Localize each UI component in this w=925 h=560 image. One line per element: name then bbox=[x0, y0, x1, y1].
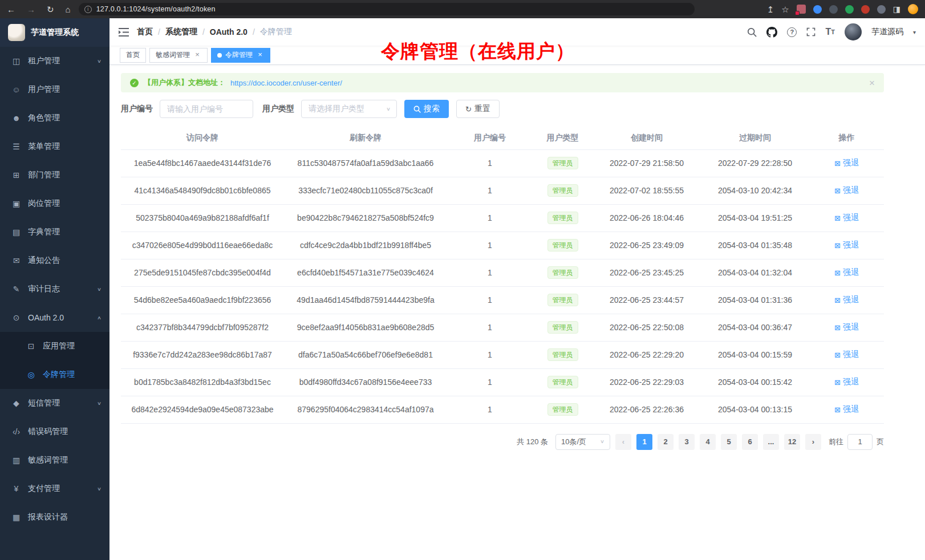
font-size-icon[interactable]: TT bbox=[825, 27, 835, 37]
app-logo[interactable]: 芋道管理系统 bbox=[0, 18, 109, 47]
token-table: 访问令牌刷新令牌用户编号用户类型创建时间过期时间操作 1ea5e44f8bc14… bbox=[121, 127, 884, 424]
page-button-5[interactable]: 5 bbox=[721, 434, 737, 450]
cell-user-type: 管理员 bbox=[533, 177, 593, 204]
sidebar-item-error-code[interactable]: ‹/›错误码管理 bbox=[0, 417, 109, 446]
force-logout-button[interactable]: ⊠强退 bbox=[834, 158, 859, 168]
next-page-button[interactable]: › bbox=[805, 434, 821, 450]
force-logout-button[interactable]: ⊠强退 bbox=[834, 213, 859, 223]
alert-close-icon[interactable]: × bbox=[869, 78, 875, 88]
more-pages-button[interactable]: ... bbox=[763, 434, 779, 450]
pagination: 共 120 条10条/页∨‹123456...12›前往页 bbox=[121, 434, 884, 450]
sidebar-item-sms[interactable]: ◆短信管理∨ bbox=[0, 389, 109, 417]
sidebar-item-post[interactable]: ▣岗位管理 bbox=[0, 189, 109, 218]
org-tree-icon: ⊞ bbox=[11, 171, 21, 180]
table-row: 41c41346a548490f9dc8b01c6bfe0865333ecfc7… bbox=[121, 177, 884, 204]
page-size-select[interactable]: 10条/页∨ bbox=[555, 434, 610, 450]
breadcrumb-item-1[interactable]: 系统管理 bbox=[165, 27, 197, 37]
breadcrumb-item-2[interactable]: OAuth 2.0 bbox=[210, 27, 248, 36]
tab-sensitive-word[interactable]: 敏感词管理× bbox=[149, 48, 208, 63]
user-avatar[interactable] bbox=[845, 23, 862, 40]
doc-link[interactable]: https://doc.iocoder.cn/user-center/ bbox=[230, 79, 342, 87]
dictionary-icon: ▤ bbox=[11, 228, 21, 237]
force-logout-button[interactable]: ⊠强退 bbox=[834, 240, 859, 250]
page-button-12[interactable]: 12 bbox=[784, 434, 800, 450]
sidebar-item-dept[interactable]: ⊞部门管理 bbox=[0, 161, 109, 189]
search-button[interactable]: 搜索 bbox=[404, 100, 449, 118]
split-screen-icon[interactable]: ◨ bbox=[893, 5, 900, 14]
force-logout-button[interactable]: ⊠强退 bbox=[834, 267, 859, 278]
page-button-4[interactable]: 4 bbox=[700, 434, 716, 450]
browser-profile-avatar[interactable] bbox=[908, 4, 918, 14]
cell-user-id: 1 bbox=[447, 204, 533, 232]
sidebar-item-oauth[interactable]: ⊙OAuth 2.0∧ bbox=[0, 303, 109, 332]
site-info-icon[interactable]: i bbox=[84, 6, 92, 13]
logo-image bbox=[8, 24, 25, 41]
cell-user-id: 1 bbox=[447, 286, 533, 314]
sidebar-item-notice[interactable]: ✉通知公告 bbox=[0, 246, 109, 275]
green-extension-icon[interactable] bbox=[845, 5, 854, 14]
force-logout-button[interactable]: ⊠强退 bbox=[834, 322, 859, 332]
sidebar-item-tenant[interactable]: ◫租户管理∨ bbox=[0, 47, 109, 75]
force-logout-button[interactable]: ⊠强退 bbox=[834, 404, 859, 415]
cell-actions: ⊠强退 bbox=[809, 149, 884, 177]
chevron-down-icon: ∨ bbox=[97, 486, 102, 492]
user-type-select[interactable]: 请选择用户类型 ∨ bbox=[301, 100, 397, 118]
sidebar-item-token-management[interactable]: ◎令牌管理 bbox=[0, 360, 109, 389]
tab-close-icon[interactable]: × bbox=[193, 51, 201, 59]
breadcrumb-item-0[interactable]: 首页 bbox=[137, 27, 153, 37]
goto-page-input[interactable] bbox=[847, 434, 873, 450]
bookmark-star-icon[interactable]: ☆ bbox=[781, 5, 789, 14]
force-logout-button[interactable]: ⊠强退 bbox=[834, 185, 859, 196]
cell-user-id: 1 bbox=[447, 232, 533, 259]
sidebar-item-app-management[interactable]: ⊡应用管理 bbox=[0, 332, 109, 360]
home-icon[interactable]: ⌂ bbox=[66, 5, 71, 14]
github-icon[interactable] bbox=[766, 27, 777, 38]
sidebar-item-dict[interactable]: ▤字典管理 bbox=[0, 218, 109, 246]
user-name[interactable]: 芋道源码 bbox=[871, 27, 903, 37]
paw-extension-icon[interactable] bbox=[877, 5, 886, 14]
page-button-6[interactable]: 6 bbox=[742, 434, 758, 450]
prev-page-button[interactable]: ‹ bbox=[615, 434, 631, 450]
sidebar-item-menu[interactable]: ☰菜单管理 bbox=[0, 132, 109, 161]
cell-refresh-token: b0df4980ffd34c67a08f9156e4eee733 bbox=[284, 368, 447, 396]
puzzle-extensions-icon[interactable] bbox=[861, 5, 870, 14]
tab-home[interactable]: 首页 bbox=[120, 48, 146, 63]
forward-icon[interactable]: → bbox=[27, 5, 35, 14]
sidebar-item-payment[interactable]: ¥支付管理∨ bbox=[0, 474, 109, 503]
cell-user-type: 管理员 bbox=[533, 341, 593, 368]
extension-grid-badge-icon[interactable] bbox=[797, 5, 806, 14]
force-logout-button[interactable]: ⊠强退 bbox=[834, 377, 859, 387]
tab-close-icon[interactable]: × bbox=[256, 51, 264, 59]
force-logout-button[interactable]: ⊠强退 bbox=[834, 350, 859, 360]
back-icon[interactable]: ← bbox=[7, 5, 15, 14]
fullscreen-icon[interactable] bbox=[806, 27, 816, 36]
page-button-3[interactable]: 3 bbox=[679, 434, 695, 450]
globe-extension-icon[interactable] bbox=[829, 5, 838, 14]
cell-access-token: 54d6be82ee5a460a9aedc1f9bf223656 bbox=[121, 286, 284, 314]
force-logout-button[interactable]: ⊠强退 bbox=[834, 295, 859, 305]
sidebar-item-user[interactable]: ☺用户管理 bbox=[0, 75, 109, 104]
cell-access-token: 275e5de9151045fe87cbdc395e004f4d bbox=[121, 259, 284, 286]
water-drop-extension-icon[interactable] bbox=[813, 5, 822, 14]
refresh-icon[interactable]: ↻ bbox=[47, 5, 54, 14]
sidebar-item-role[interactable]: ☻角色管理 bbox=[0, 104, 109, 132]
hamburger-icon[interactable] bbox=[119, 28, 129, 36]
sidebar-item-report-designer[interactable]: ▦报表设计器 bbox=[0, 503, 109, 531]
user-menu-caret-icon[interactable]: ▾ bbox=[913, 29, 916, 35]
share-icon[interactable]: ↥ bbox=[767, 5, 774, 14]
sidebar-item-sensitive-word[interactable]: ▥敏感词管理 bbox=[0, 446, 109, 474]
cell-refresh-token: 811c530487574fa0af1a59d3abc1aa66 bbox=[284, 149, 447, 177]
page-button-2[interactable]: 2 bbox=[658, 434, 674, 450]
user-id-input[interactable] bbox=[160, 100, 253, 118]
help-icon[interactable]: ? bbox=[787, 27, 797, 37]
search-icon[interactable] bbox=[747, 27, 757, 37]
tab-token-management[interactable]: 令牌管理× bbox=[211, 48, 270, 63]
url-bar[interactable]: i 127.0.0.1:1024/system/oauth2/token bbox=[79, 3, 695, 15]
cell-user-type: 管理员 bbox=[533, 368, 593, 396]
sidebar-item-audit-log[interactable]: ✎审计日志∨ bbox=[0, 275, 109, 303]
reset-button[interactable]: ↻ 重置 bbox=[456, 100, 500, 118]
page-button-1[interactable]: 1 bbox=[636, 434, 652, 450]
cell-created-time: 2022-07-29 21:58:50 bbox=[593, 149, 701, 177]
cell-refresh-token: 333ecfc71e02480cb11055c875c3ca0f bbox=[284, 177, 447, 204]
cell-actions: ⊠强退 bbox=[809, 204, 884, 232]
